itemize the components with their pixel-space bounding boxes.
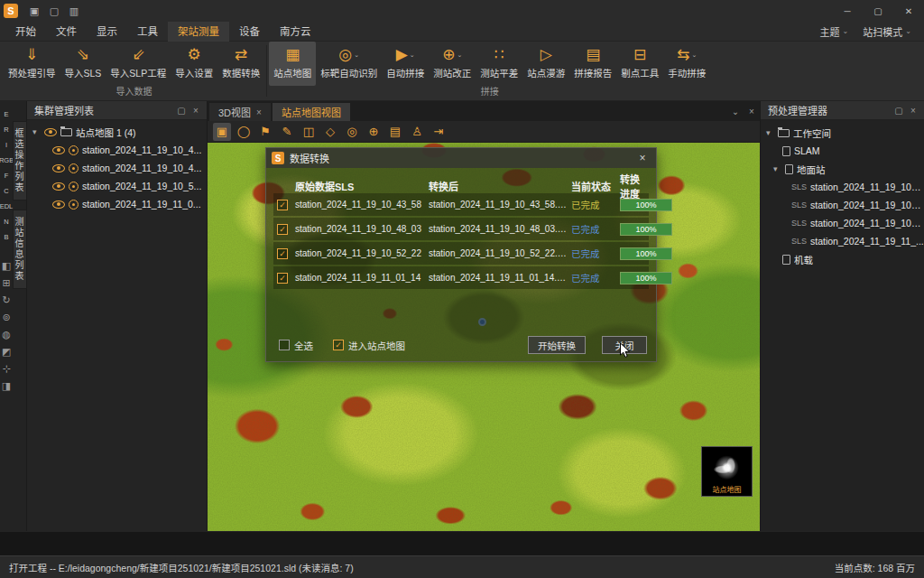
target-icon[interactable]: ◎: [343, 123, 361, 141]
tree-node-slam[interactable]: SLAM: [761, 142, 924, 160]
scan-mode-menu[interactable]: 站扫模式 ⌄: [855, 24, 919, 39]
strip-tool-orbit-icon[interactable]: ⊚: [0, 309, 13, 326]
ribbon-button-import-settings[interactable]: ⚙ 导入设置: [171, 42, 217, 86]
visibility-eye-icon[interactable]: [52, 164, 65, 172]
menu-tab-tools[interactable]: 工具: [127, 22, 168, 42]
ribbon-button-preprocess-guide[interactable]: ⇓ 预处理引导: [4, 42, 60, 86]
tabbar-menu-icon[interactable]: ⌄: [727, 107, 744, 117]
strip-btn-edl[interactable]: EDL: [0, 199, 13, 214]
checkbox-icon[interactable]: [279, 340, 290, 350]
report-icon[interactable]: ▤: [386, 123, 404, 141]
visibility-eye-icon[interactable]: [52, 146, 65, 154]
tree-node-sls-item[interactable]: SLS station_2024_11_19_10_52_...: [761, 214, 924, 232]
strip-tool-fill-icon[interactable]: ◧: [0, 257, 13, 275]
menu-tab-station-survey[interactable]: 架站测量: [168, 22, 229, 42]
checkbox-icon[interactable]: ✓: [333, 340, 344, 350]
tabbar-close-icon[interactable]: ×: [744, 107, 760, 117]
ribbon-button-auto-stitch[interactable]: ▶⌄ 自动拼接: [382, 42, 429, 86]
menu-tab-south-cloud[interactable]: 南方云: [270, 22, 321, 42]
vertical-tab-station-info-list[interactable]: 测站信息列表: [13, 210, 27, 289]
point-cloud-map[interactable]: S 数据转换 × 原始数据SLS 转换后 当前状态 转换进度 ✓ station…: [208, 143, 760, 531]
dialog-titlebar[interactable]: S 数据转换 ×: [266, 148, 656, 168]
strip-tool-rotate-icon[interactable]: ↻: [0, 292, 13, 309]
select-all-checkbox[interactable]: 全选: [275, 339, 313, 352]
ribbon-button-station-map[interactable]: ▦ 站点地图: [269, 42, 316, 86]
walk-icon[interactable]: ♙: [408, 123, 426, 141]
close-button[interactable]: ✕: [893, 0, 924, 22]
ribbon-button-station-adjustment[interactable]: ∷ 测站平差: [476, 42, 522, 86]
save-icon[interactable]: ▣: [25, 3, 43, 19]
strip-tool-box-icon[interactable]: ◩: [0, 343, 13, 360]
tree-node-sls-item[interactable]: SLS station_2024_11_19_10_48_...: [761, 196, 924, 214]
ribbon-button-target-auto-detect[interactable]: ◎⌄ 标靶自动识别: [316, 42, 382, 86]
caret-down-icon[interactable]: ▾: [766, 128, 774, 137]
start-conversion-button[interactable]: 开始转换: [528, 336, 586, 354]
strip-btn-b[interactable]: B: [0, 229, 13, 245]
caret-down-icon[interactable]: ▾: [32, 127, 41, 136]
open-project-icon[interactable]: ▥: [65, 3, 83, 19]
ribbon-button-station-roam[interactable]: ▷ 站点漫游: [522, 42, 569, 86]
menu-tab-display[interactable]: 显示: [87, 22, 127, 42]
panel-close-icon[interactable]: ×: [189, 106, 203, 116]
lasso-icon[interactable]: ◇: [321, 123, 339, 141]
close-icon[interactable]: ×: [256, 107, 262, 117]
menu-tab-file[interactable]: 文件: [46, 22, 87, 42]
rect-select-icon[interactable]: ▣: [213, 123, 231, 141]
pencil-icon[interactable]: ✎: [278, 123, 296, 141]
strip-tool-points-icon[interactable]: ⊹: [0, 360, 13, 378]
dialog-close-icon[interactable]: ×: [634, 152, 651, 164]
ribbon-button-stitch-report[interactable]: ▤ 拼接报告: [569, 42, 616, 86]
tree-node-workspace[interactable]: ▾ 工作空间: [761, 124, 924, 142]
enter-station-map-checkbox[interactable]: ✓ 进入站点地图: [329, 339, 405, 352]
strip-tool-panel-icon[interactable]: ◨: [0, 378, 13, 395]
row-checkbox[interactable]: ✓: [277, 200, 288, 210]
ribbon-button-import-sls[interactable]: ⇘ 导入SLS: [60, 42, 106, 86]
strip-btn-rgb[interactable]: RGB: [0, 153, 13, 168]
add-station-icon[interactable]: ⊕: [365, 123, 383, 141]
tab-3d-view[interactable]: 3D视图 ×: [209, 103, 271, 121]
panel-float-icon[interactable]: ▢: [892, 106, 906, 116]
ribbon-button-import-slp-project[interactable]: ⇙ 导入SLP工程: [106, 42, 171, 86]
panel-float-icon[interactable]: ▢: [174, 106, 189, 116]
strip-tool-sphere-icon[interactable]: ◍: [0, 326, 13, 343]
ribbon-button-data-convert[interactable]: ⇄ 数据转换: [217, 42, 264, 86]
ribbon-button-station-correction[interactable]: ⊕⌄ 测站改正: [429, 42, 476, 86]
tree-node-station[interactable]: station_2024_11_19_11_0...: [27, 195, 207, 213]
strip-btn-i[interactable]: I: [0, 137, 13, 153]
menu-tab-start[interactable]: 开始: [5, 22, 46, 42]
row-checkbox[interactable]: ✓: [277, 224, 288, 235]
flag-icon[interactable]: ⚑: [256, 123, 274, 141]
tree-node-sls-item[interactable]: SLS station_2024_11_19_10_43_...: [761, 178, 924, 196]
circle-select-icon[interactable]: ◯: [235, 123, 253, 141]
visibility-eye-icon[interactable]: [52, 200, 65, 209]
new-project-icon[interactable]: ▢: [45, 3, 63, 19]
caret-down-icon[interactable]: ▾: [773, 164, 781, 173]
ribbon-button-point-removal-tool[interactable]: ⊟ 剔点工具: [616, 42, 663, 86]
tree-node-station[interactable]: station_2024_11_19_10_4...: [27, 141, 207, 159]
tree-node-root[interactable]: ▾ 站点地图 1 (4): [27, 123, 207, 141]
menu-tab-device[interactable]: 设备: [229, 22, 270, 42]
tree-node-station[interactable]: station_2024_11_19_10_5...: [27, 177, 207, 195]
vertical-tab-box-select-list[interactable]: 框选操作列表: [13, 121, 27, 200]
maximize-button[interactable]: ▢: [863, 0, 893, 22]
visibility-eye-icon[interactable]: [44, 128, 57, 136]
strip-btn-f[interactable]: F: [0, 168, 13, 183]
strip-btn-e[interactable]: E: [0, 107, 13, 122]
panel-close-icon[interactable]: ×: [906, 106, 920, 116]
strip-btn-n[interactable]: N: [0, 214, 13, 229]
strip-btn-c[interactable]: C: [0, 183, 13, 199]
theme-menu[interactable]: 主题 ⌄: [813, 24, 856, 39]
strip-tool-grid-icon[interactable]: ⊞: [0, 275, 13, 292]
export-icon[interactable]: ⇥: [430, 123, 448, 141]
eraser-icon[interactable]: ◫: [300, 123, 318, 141]
tree-node-station[interactable]: station_2024_11_19_10_4...: [27, 159, 207, 177]
tree-node-airborne[interactable]: 机载: [761, 250, 924, 268]
strip-btn-r[interactable]: R: [0, 122, 13, 137]
ribbon-button-manual-stitch[interactable]: ⇆⌄ 手动拼接: [663, 42, 710, 86]
tree-node-ground-station[interactable]: ▾ 地面站: [761, 160, 924, 178]
tab-station-map-view[interactable]: 站点地图视图: [273, 103, 350, 121]
minimize-button[interactable]: ─: [832, 0, 863, 22]
row-checkbox[interactable]: ✓: [277, 273, 288, 284]
row-checkbox[interactable]: ✓: [277, 248, 288, 259]
visibility-eye-icon[interactable]: [52, 182, 65, 191]
